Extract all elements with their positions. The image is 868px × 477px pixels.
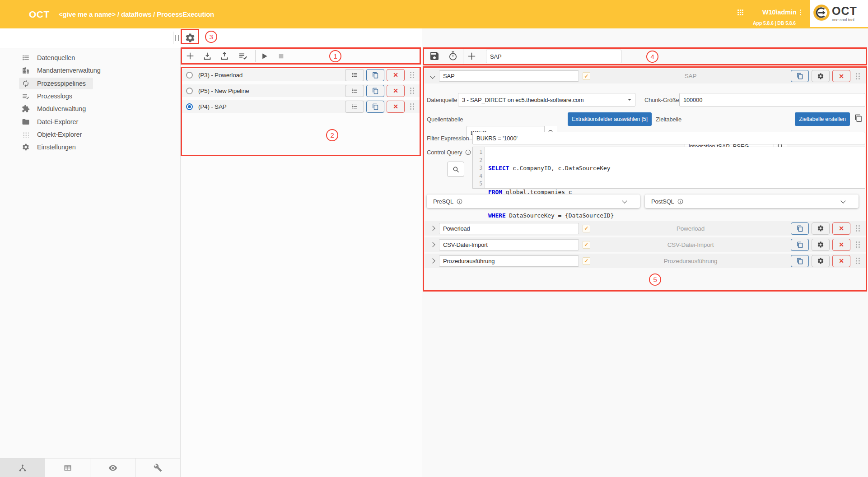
- delete-pipeline-button[interactable]: ✕: [387, 101, 405, 113]
- delete-step-button[interactable]: ✕: [832, 255, 850, 267]
- select-arrow-icon: [628, 99, 631, 102]
- duplicate-pipeline-button[interactable]: [366, 101, 384, 113]
- pipeline-name-input[interactable]: [486, 50, 621, 63]
- delete-pipeline-button[interactable]: ✕: [387, 85, 405, 97]
- breadcrumb[interactable]: <give me a name> / dataflows / ProcessEx…: [59, 0, 214, 28]
- duplicate-pipeline-button[interactable]: [366, 85, 384, 97]
- filter-expression-input[interactable]: [472, 132, 865, 144]
- sidebar-item-mandantenverwaltung[interactable]: Mandantenverwaltung: [0, 64, 180, 77]
- chevron-down-icon[interactable]: [430, 74, 435, 79]
- sidebar-item-objekt-explorer[interactable]: Objekt-Explorer: [0, 128, 180, 141]
- add-step-button[interactable]: [467, 51, 477, 61]
- save-pipeline-button[interactable]: [429, 51, 440, 61]
- step-name-input[interactable]: [439, 70, 579, 82]
- apps-grid-icon[interactable]: [736, 8, 745, 17]
- pipeline-log-button[interactable]: [345, 101, 364, 113]
- run-pipeline-button[interactable]: [260, 51, 269, 61]
- step-name-input[interactable]: [439, 239, 579, 250]
- panel-resize-handle[interactable]: [175, 35, 179, 41]
- drag-handle[interactable]: [856, 241, 860, 248]
- pipeline-row[interactable]: (P4) - SAP ✕: [182, 100, 420, 113]
- sql-code[interactable]: SELECT c.CompanyID, c.DataSourceKey FROM…: [485, 147, 614, 188]
- create-target-table-button[interactable]: Zieltabelle erstellen: [795, 112, 850, 126]
- puzzle-icon: [22, 105, 37, 113]
- copy-ddl-icon[interactable]: [854, 114, 863, 122]
- add-pipeline-button[interactable]: [185, 51, 195, 61]
- pipeline-row[interactable]: (P3) - Powerload ✕: [182, 69, 420, 81]
- delete-step-button[interactable]: ✕: [832, 239, 850, 251]
- step-name-input[interactable]: [439, 255, 579, 267]
- divider: [173, 32, 173, 44]
- duplicate-step-button[interactable]: [791, 239, 809, 251]
- step-name-input[interactable]: [439, 223, 579, 234]
- sidebar-item-datenquellen[interactable]: Datenquellen: [0, 51, 180, 64]
- step-enabled-checkbox[interactable]: [583, 257, 590, 265]
- chevron-down-icon[interactable]: [840, 198, 845, 203]
- chevron-right-icon[interactable]: [430, 258, 435, 263]
- schedule-timer-button[interactable]: [448, 51, 458, 61]
- pipeline-radio[interactable]: [186, 88, 193, 94]
- import-pipeline-button[interactable]: [202, 51, 212, 61]
- pipeline-radio-selected[interactable]: [186, 103, 193, 110]
- presql-accordion[interactable]: PreSQL: [427, 195, 640, 208]
- sidebar-item-modulverwaltung[interactable]: Modulverwaltung: [0, 102, 180, 115]
- info-icon[interactable]: [677, 198, 684, 205]
- duplicate-step-button[interactable]: [791, 255, 809, 267]
- chevron-down-icon[interactable]: [622, 198, 627, 203]
- control-query-search-button[interactable]: [447, 162, 464, 177]
- sidebar-item-prozesslogs[interactable]: Prozesslogs: [0, 90, 180, 102]
- chevron-right-icon[interactable]: [430, 242, 435, 247]
- drag-handle[interactable]: [410, 72, 414, 78]
- duplicate-step-button[interactable]: [791, 70, 809, 82]
- sidebar-item-datei-explorer[interactable]: Datei-Explorer: [0, 115, 180, 128]
- pipeline-log-button[interactable]: [345, 69, 364, 81]
- stop-pipeline-button[interactable]: [276, 51, 286, 61]
- pipeline-log-button[interactable]: [345, 85, 364, 97]
- chunk-input[interactable]: [679, 93, 865, 107]
- extract-fields-button[interactable]: Extraktionsfelder auswählen [5]: [568, 112, 652, 126]
- pipeline-settings-gear-icon[interactable]: [185, 32, 196, 43]
- panel-divider: [422, 28, 422, 477]
- sidebar-item-einstellungen[interactable]: Einstellungen: [0, 141, 180, 153]
- chevron-right-icon[interactable]: [430, 226, 435, 231]
- version-label: App 5.8.6 | DB 5.8.6: [723, 20, 796, 26]
- step-enabled-checkbox[interactable]: [583, 225, 590, 232]
- info-icon[interactable]: [465, 149, 471, 156]
- user-menu[interactable]: W10\admin: [762, 9, 797, 16]
- log-check-icon: [22, 92, 37, 100]
- export-pipeline-button[interactable]: [219, 51, 229, 61]
- drag-handle[interactable]: [856, 225, 860, 232]
- pipeline-row[interactable]: (P5) - New Pipeline ✕: [182, 84, 420, 97]
- step-settings-button[interactable]: [812, 239, 830, 251]
- step-header-sap[interactable]: SAP ✕: [425, 69, 866, 83]
- duplicate-step-button[interactable]: [791, 222, 809, 235]
- step-settings-button[interactable]: [812, 222, 830, 235]
- step-row-prozedur[interactable]: Prozedurausführung ✕: [425, 254, 866, 268]
- footer-tab-tools[interactable]: [135, 458, 180, 477]
- control-query-editor[interactable]: 1 2 3 4 5 SELECT c.CompanyID, c.DataSour…: [472, 147, 865, 189]
- info-icon[interactable]: [456, 198, 463, 205]
- footer-tab-preview[interactable]: [90, 458, 135, 477]
- step-enabled-checkbox[interactable]: [583, 72, 590, 80]
- kebab-menu-icon[interactable]: [797, 9, 804, 16]
- drag-handle[interactable]: [410, 103, 414, 110]
- duplicate-pipeline-button[interactable]: [366, 69, 384, 81]
- delete-pipeline-button[interactable]: ✕: [387, 69, 405, 81]
- step-row-csv-import[interactable]: CSV-Datei-Import ✕: [425, 237, 866, 252]
- drag-handle[interactable]: [856, 258, 860, 264]
- step-enabled-checkbox[interactable]: [583, 241, 590, 249]
- footer-tab-layout[interactable]: [45, 458, 90, 477]
- postsql-accordion[interactable]: PostSQL: [645, 195, 859, 208]
- drag-handle[interactable]: [856, 73, 860, 79]
- step-row-powerload[interactable]: Powerload ✕: [425, 221, 866, 236]
- datenquelle-select[interactable]: 3 - SAP_DIRECT on ec5.theobald-software.…: [458, 93, 635, 107]
- sidebar-item-prozesspipelines[interactable]: Prozesspipelines: [0, 77, 180, 90]
- pipeline-radio[interactable]: [186, 72, 193, 79]
- step-settings-button[interactable]: [812, 70, 830, 82]
- footer-tab-pipelines[interactable]: [0, 458, 45, 477]
- step-settings-button[interactable]: [812, 255, 830, 267]
- delete-step-button[interactable]: ✕: [832, 70, 850, 82]
- drag-handle[interactable]: [410, 88, 414, 94]
- delete-step-button[interactable]: ✕: [832, 222, 850, 235]
- validate-list-button[interactable]: [238, 51, 248, 61]
